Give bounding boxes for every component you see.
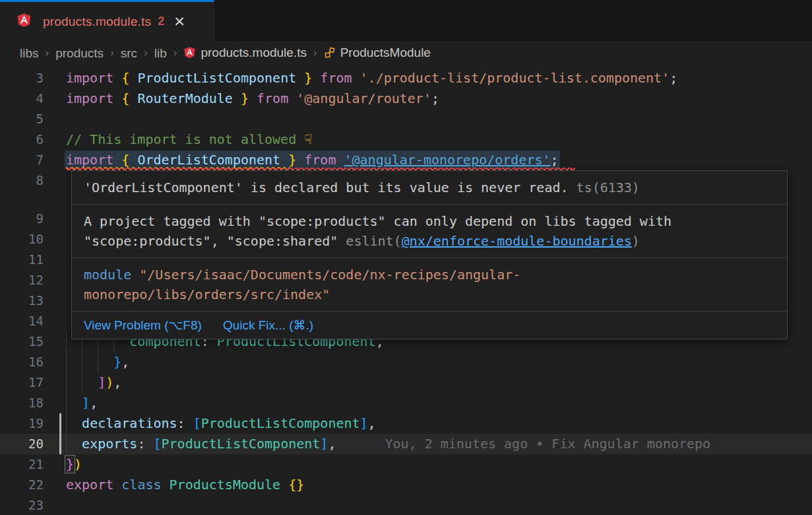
editor: 3import { ProductListComponent } from '.… xyxy=(0,66,812,515)
line-number: 13 xyxy=(0,291,44,311)
tab-close-icon[interactable]: ✕ xyxy=(173,15,185,28)
code-text: // This import is not allowed ☟ xyxy=(66,129,312,150)
code-line-17[interactable]: 17 ]), xyxy=(0,372,812,393)
line-number: 6 xyxy=(0,129,44,150)
module-specifier-link[interactable]: '@angular-monorepo/orders' xyxy=(344,152,550,168)
code-text: import { ProductListComponent } from './… xyxy=(66,68,677,88)
line-number: 22 xyxy=(0,475,44,495)
breadcrumb-lib[interactable]: lib xyxy=(154,46,167,61)
hover-highlight-range: import { OrderListComponent } from '@ang… xyxy=(66,152,559,168)
code-line-3[interactable]: 3import { ProductListComponent } from '.… xyxy=(0,68,812,88)
line-number: 8 xyxy=(0,170,44,191)
breadcrumb-products[interactable]: products xyxy=(55,46,104,61)
breadcrumb-symbol[interactable]: ProductsModule xyxy=(324,46,431,62)
line-number: 17 xyxy=(0,372,44,393)
gutter-modified-indicator xyxy=(59,413,61,454)
line-number: 4 xyxy=(0,88,44,109)
code-text: exports: [ProductListComponent],You, 2 m… xyxy=(66,434,710,454)
code-line-5[interactable]: 5 xyxy=(0,109,812,129)
diagnostic-hover-popup: 'OrderListComponent' is declared but its… xyxy=(71,170,788,339)
code-text: declarations: [ProductListComponent], xyxy=(66,413,376,434)
code-text: export class ProductsModule {} xyxy=(66,475,304,495)
code-line-22[interactable]: 22export class ProductsModule {} xyxy=(0,475,812,495)
indent-guide xyxy=(82,331,82,393)
line-number: 10 xyxy=(0,229,44,250)
eslint-rule-link[interactable]: @nx/enforce-module-boundaries xyxy=(402,233,632,249)
ts-diagnostic-message: 'OrderListComponent' is declared but its… xyxy=(72,171,787,204)
breadcrumb: libs › products › src › lib › products.m… xyxy=(0,41,812,66)
code-text: ]), xyxy=(66,372,121,393)
ts-error-code: ts(6133) xyxy=(577,180,640,195)
quick-fix-action[interactable]: Quick Fix... (⌘.) xyxy=(223,318,313,333)
code-line-4[interactable]: 4import { RouterModule } from '@angular/… xyxy=(0,88,812,109)
chevron-right-icon: › xyxy=(173,46,177,59)
class-symbol-icon xyxy=(324,47,336,62)
vscode-window: products.module.ts 2 ✕ libs › products ›… xyxy=(0,0,812,515)
indent-guide xyxy=(66,331,67,454)
line-number: 7 xyxy=(0,150,44,170)
chevron-right-icon: › xyxy=(313,46,317,59)
tab-title: products.module.ts xyxy=(43,15,151,29)
angular-file-icon xyxy=(183,46,196,62)
code-text: import { RouterModule } from '@angular/r… xyxy=(66,88,439,109)
line-number: 12 xyxy=(0,270,44,291)
code-line-23[interactable]: 23 xyxy=(0,495,812,515)
line-number: 20 xyxy=(0,434,44,454)
chevron-right-icon: › xyxy=(46,46,49,59)
eslint-diagnostic-message: A project tagged with "scope:products" c… xyxy=(72,204,787,258)
breadcrumb-src[interactable]: src xyxy=(121,46,137,61)
view-problem-action[interactable]: View Problem (⌥F8) xyxy=(84,318,202,333)
code-line-20[interactable]: 20 exports: [ProductListComponent],You, … xyxy=(0,434,812,454)
tab-bar: products.module.ts 2 ✕ xyxy=(0,0,812,41)
line-number: 23 xyxy=(0,495,44,515)
line-number: 3 xyxy=(0,68,44,88)
line-number: 21 xyxy=(0,454,44,475)
line-number: 9 xyxy=(0,209,44,229)
line-number: 19 xyxy=(0,413,44,434)
angular-file-icon xyxy=(16,13,32,30)
hover-action-bar: View Problem (⌥F8) Quick Fix... (⌘.) xyxy=(72,311,787,339)
chevron-right-icon: › xyxy=(110,46,114,59)
line-number: 15 xyxy=(0,331,44,352)
line-number: 16 xyxy=(0,352,44,372)
chevron-right-icon: › xyxy=(144,46,148,59)
code-text: ], xyxy=(66,393,98,413)
breadcrumb-file[interactable]: products.module.ts xyxy=(183,46,307,62)
code-line-16[interactable]: 16 }, xyxy=(0,352,812,372)
code-text: }) xyxy=(66,454,82,475)
line-number: 5 xyxy=(0,109,44,129)
git-blame-annotation: You, 2 minutes ago • Fix Angular monorep… xyxy=(385,436,710,452)
breadcrumb-libs[interactable]: libs xyxy=(20,46,39,61)
line-number: 18 xyxy=(0,393,44,413)
module-path-block: module "/Users/isaac/Documents/code/nx-r… xyxy=(72,258,787,311)
tab-products-module[interactable]: products.module.ts 2 ✕ xyxy=(0,0,214,41)
code-line-19[interactable]: 19 declarations: [ProductListComponent], xyxy=(0,413,812,434)
code-line-6[interactable]: 6// This import is not allowed ☟ xyxy=(0,129,812,150)
line-number: 11 xyxy=(0,250,44,270)
line-number: 14 xyxy=(0,311,44,331)
code-line-21[interactable]: 21}) xyxy=(0,454,812,475)
code-line-7[interactable]: 7import { OrderListComponent } from '@an… xyxy=(0,150,812,170)
code-line-18[interactable]: 18 ], xyxy=(0,393,812,413)
tab-error-count-badge: 2 xyxy=(158,15,164,28)
